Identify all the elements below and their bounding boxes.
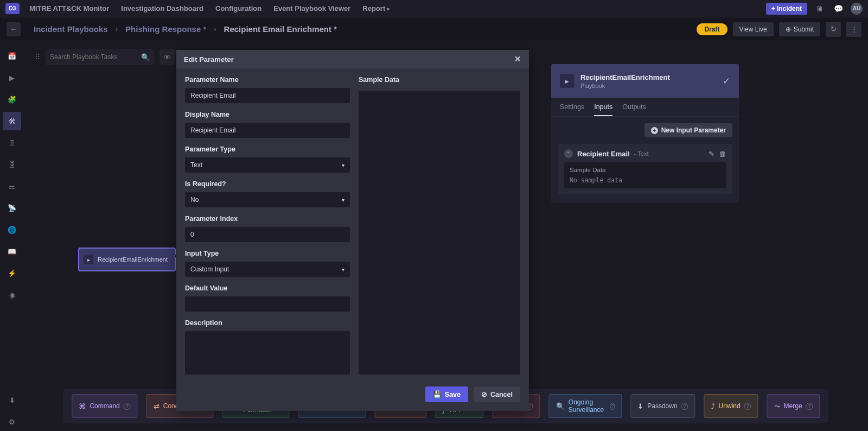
top-actions: Incident 🗎 💬 AU	[766, 3, 863, 15]
tool-command[interactable]: ⌘Command?	[72, 394, 137, 418]
rail-schedule-icon[interactable]: 🗓	[3, 134, 21, 152]
label-parameter-name: Parameter Name	[185, 76, 350, 84]
visibility-toggle[interactable]: 👁	[159, 49, 175, 65]
modal-close-button[interactable]: ✕	[514, 54, 521, 64]
cancel-label: Cancel	[490, 391, 513, 398]
sample-data-area[interactable]	[359, 91, 520, 375]
rail-database-icon[interactable]: 🗄	[3, 155, 21, 174]
select-parameter-type[interactable]: Text	[185, 157, 350, 173]
modal-header: Edit Parameter ✕	[176, 50, 529, 68]
chevron-right-icon: ›	[214, 25, 216, 33]
sample-data-text: No sample data	[570, 176, 720, 184]
node-title: RecipientEmailEnrichment	[98, 256, 168, 263]
history-icon[interactable]: ↻	[826, 22, 841, 37]
rail-fingerprint-icon[interactable]: ◉	[3, 286, 21, 304]
inspector-panel: ▸ RecipientEmailEnrichment Playbook ✓ Se…	[551, 64, 739, 202]
inspector-tabs: Settings Inputs Outputs	[551, 98, 739, 117]
tab-settings[interactable]: Settings	[560, 103, 584, 116]
rail-download-icon[interactable]: ⬇	[3, 391, 21, 409]
breadcrumb-bar: ← Incident Playbooks › Phishing Response…	[0, 17, 868, 41]
modal-title: Edit Parameter	[184, 55, 234, 64]
select-is-required[interactable]: No	[185, 192, 350, 207]
tool-surveillance[interactable]: 🔍Ongoing Surveillance?	[549, 394, 622, 418]
tool-merge[interactable]: ⤳Merge?	[767, 394, 820, 418]
cancel-button[interactable]: ⊘ Cancel	[474, 386, 520, 402]
textarea-description[interactable]	[185, 331, 350, 375]
inspector-type-icon: ▸	[560, 74, 574, 88]
more-menu-icon[interactable]: ⋮	[846, 22, 861, 37]
breadcrumb-root[interactable]: Incident Playbooks	[34, 24, 108, 34]
playbook-node[interactable]: ▸ RecipientEmailEnrichment	[78, 248, 176, 271]
label-sample-data: Sample Data	[359, 76, 520, 84]
input-default-value[interactable]	[185, 296, 350, 312]
param-name: Recipient Email	[577, 150, 630, 158]
avatar[interactable]: AU	[851, 3, 863, 15]
edit-parameter-modal: Edit Parameter ✕ Parameter Name Display …	[176, 50, 529, 411]
rail-puzzle-icon[interactable]: 🧩	[3, 90, 21, 109]
rail-tools-icon[interactable]: 🛠	[3, 112, 21, 130]
new-incident-button[interactable]: Incident	[766, 3, 807, 15]
delete-param-icon[interactable]: 🗑	[719, 150, 726, 158]
input-display-name[interactable]	[185, 123, 350, 138]
edit-param-icon[interactable]: ✎	[709, 150, 714, 158]
rail-broadcast-icon[interactable]: 📡	[3, 199, 21, 217]
input-parameter-card: ⌃ Recipient Email - Text ✎ 🗑 Sample Data…	[558, 144, 732, 194]
label-default-value: Default Value	[185, 284, 350, 292]
rail-settings-icon[interactable]: ⚙	[3, 413, 21, 431]
draft-badge: Draft	[697, 23, 727, 35]
view-live-button[interactable]: View Live	[733, 22, 774, 36]
plus-icon: +	[651, 127, 658, 134]
rail-bolt-icon[interactable]: ⚡	[3, 264, 21, 282]
breadcrumb-current: Recipient Email Enrichment *	[224, 24, 337, 34]
label-description: Description	[185, 319, 350, 327]
label-display-name: Display Name	[185, 111, 350, 118]
nav-configuration[interactable]: Configuration	[215, 4, 261, 12]
tool-unwind[interactable]: ⤴Unwind?	[704, 394, 758, 418]
canvas-toolbar: ⠿ 🔍 👁	[35, 49, 175, 65]
inspector-header: ▸ RecipientEmailEnrichment Playbook ✓	[551, 64, 739, 98]
back-button[interactable]: ←	[7, 22, 21, 36]
rail-globe-icon[interactable]: 🌐	[3, 220, 21, 239]
inspector-title: RecipientEmailEnrichment	[580, 73, 716, 81]
collapse-toggle[interactable]: ⌃	[564, 149, 573, 158]
app-logo[interactable]: D3	[5, 3, 20, 14]
crumb-actions: Draft View Live ⊕ Submit ↻ ⋮	[697, 22, 861, 37]
breadcrumb: Incident Playbooks › Phishing Response *…	[34, 24, 337, 34]
param-type: - Text	[634, 150, 649, 157]
document-icon[interactable]: 🗎	[814, 3, 826, 15]
select-input-type[interactable]: Custom Input	[185, 262, 350, 277]
node-type-icon: ▸	[84, 255, 93, 264]
input-parameter-name[interactable]	[185, 88, 350, 103]
nav-investigation[interactable]: Investigation Dashboard	[121, 4, 203, 12]
save-button[interactable]: 💾 Save	[425, 386, 468, 402]
sample-data-block: Sample Data No sample data	[564, 162, 726, 188]
rail-calendar-icon[interactable]: 📅	[3, 47, 21, 65]
nav-event-playbook[interactable]: Event Playbook Viewer	[273, 4, 350, 12]
task-search[interactable]: 🔍	[46, 49, 154, 65]
save-icon: 💾	[433, 390, 442, 398]
inspector-subtitle: Playbook	[580, 83, 716, 89]
input-parameter-index[interactable]	[185, 227, 350, 242]
rail-book-icon[interactable]: 📖	[3, 242, 21, 261]
tab-inputs[interactable]: Inputs	[594, 103, 612, 116]
submit-button[interactable]: ⊕ Submit	[779, 22, 820, 36]
task-search-input[interactable]	[50, 53, 141, 61]
rail-share-icon[interactable]: ⚎	[3, 177, 21, 195]
save-label: Save	[445, 391, 461, 398]
drag-handle-icon[interactable]: ⠿	[35, 53, 40, 61]
nav-mitre[interactable]: MITRE ATT&CK Monitor	[29, 4, 109, 12]
chat-icon[interactable]: 💬	[832, 3, 844, 15]
breadcrumb-mid[interactable]: Phishing Response *	[125, 24, 206, 34]
cancel-icon: ⊘	[481, 390, 487, 398]
plus-circle-icon: ⊕	[786, 26, 791, 33]
top-links: MITRE ATT&CK Monitor Investigation Dashb…	[29, 4, 390, 12]
nav-report[interactable]: Report	[362, 4, 389, 12]
new-param-label: New Input Parameter	[661, 126, 726, 134]
inspector-check-icon[interactable]: ✓	[723, 75, 730, 87]
tool-passdown[interactable]: ⬇Passdown?	[630, 394, 695, 418]
rail-play-icon[interactable]: ▶	[3, 68, 21, 87]
new-input-parameter-button[interactable]: + New Input Parameter	[644, 123, 732, 137]
left-rail: 📅 ▶ 🧩 🛠 🗓 🗄 ⚎ 📡 🌐 📖 ⚡ ◉ ⬇ ⚙	[0, 41, 24, 431]
label-is-required: Is Required?	[185, 180, 350, 188]
tab-outputs[interactable]: Outputs	[622, 103, 646, 116]
